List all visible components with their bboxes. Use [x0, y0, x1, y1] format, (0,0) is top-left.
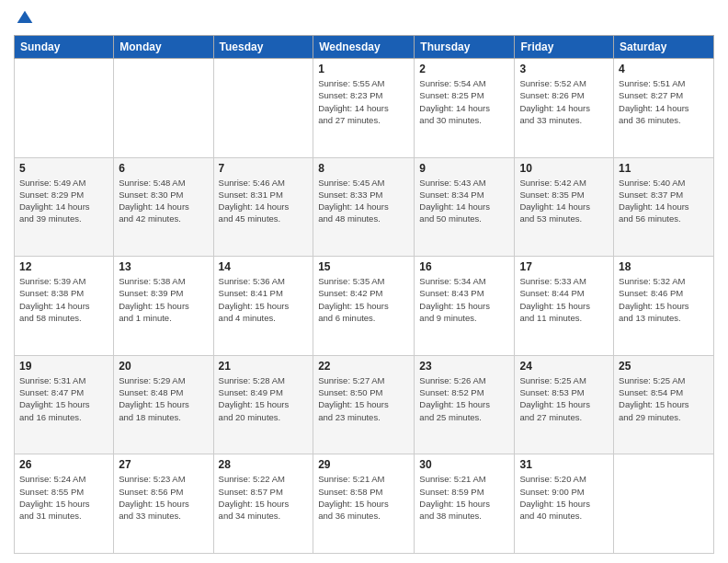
calendar-cell: 19Sunrise: 5:31 AM Sunset: 8:47 PM Dayli…	[15, 355, 114, 454]
weekday-header-friday: Friday	[515, 36, 614, 59]
day-info: Sunrise: 5:21 AM Sunset: 8:59 PM Dayligh…	[419, 473, 509, 522]
week-row-5: 26Sunrise: 5:24 AM Sunset: 8:55 PM Dayli…	[15, 454, 714, 554]
day-number: 7	[219, 162, 309, 175]
day-info: Sunrise: 5:24 AM Sunset: 8:55 PM Dayligh…	[19, 473, 108, 522]
day-number: 21	[219, 360, 309, 373]
weekday-header-sunday: Sunday	[15, 36, 114, 59]
day-info: Sunrise: 5:28 AM Sunset: 8:49 PM Dayligh…	[219, 374, 309, 423]
day-info: Sunrise: 5:39 AM Sunset: 8:38 PM Dayligh…	[19, 275, 108, 324]
calendar-cell	[213, 59, 313, 158]
day-info: Sunrise: 5:49 AM Sunset: 8:29 PM Dayligh…	[19, 177, 108, 225]
day-number: 4	[619, 63, 709, 75]
day-info: Sunrise: 5:45 AM Sunset: 8:33 PM Dayligh…	[318, 177, 409, 225]
day-info: Sunrise: 5:51 AM Sunset: 8:27 PM Dayligh…	[619, 77, 709, 126]
calendar-cell: 10Sunrise: 5:42 AM Sunset: 8:35 PM Dayli…	[515, 157, 614, 257]
day-number: 13	[119, 260, 208, 273]
weekday-header-tuesday: Tuesday	[213, 36, 313, 59]
calendar-cell: 15Sunrise: 5:35 AM Sunset: 8:42 PM Dayli…	[313, 257, 415, 356]
calendar-cell: 4Sunrise: 5:51 AM Sunset: 8:27 PM Daylig…	[614, 59, 714, 158]
day-info: Sunrise: 5:40 AM Sunset: 8:37 PM Dayligh…	[619, 177, 709, 225]
day-info: Sunrise: 5:22 AM Sunset: 8:57 PM Dayligh…	[219, 473, 309, 522]
day-number: 29	[318, 458, 409, 471]
header	[14, 9, 714, 28]
day-info: Sunrise: 5:48 AM Sunset: 8:30 PM Dayligh…	[119, 177, 208, 225]
svg-marker-0	[17, 11, 33, 23]
calendar-cell	[114, 59, 213, 158]
day-number: 5	[19, 162, 108, 175]
calendar-cell: 26Sunrise: 5:24 AM Sunset: 8:55 PM Dayli…	[15, 454, 114, 554]
day-info: Sunrise: 5:25 AM Sunset: 8:54 PM Dayligh…	[619, 374, 709, 423]
day-info: Sunrise: 5:21 AM Sunset: 8:58 PM Dayligh…	[318, 473, 409, 522]
day-number: 20	[119, 360, 208, 373]
day-info: Sunrise: 5:46 AM Sunset: 8:31 PM Dayligh…	[219, 177, 309, 225]
page: SundayMondayTuesdayWednesdayThursdayFrid…	[0, 0, 728, 563]
week-row-3: 12Sunrise: 5:39 AM Sunset: 8:38 PM Dayli…	[15, 257, 714, 356]
day-info: Sunrise: 5:26 AM Sunset: 8:52 PM Dayligh…	[419, 374, 509, 423]
weekday-header-row: SundayMondayTuesdayWednesdayThursdayFrid…	[15, 36, 714, 59]
day-number: 1	[318, 63, 409, 75]
day-info: Sunrise: 5:33 AM Sunset: 8:44 PM Dayligh…	[519, 275, 609, 324]
calendar-cell: 14Sunrise: 5:36 AM Sunset: 8:41 PM Dayli…	[213, 257, 313, 356]
calendar-cell: 18Sunrise: 5:32 AM Sunset: 8:46 PM Dayli…	[614, 257, 714, 356]
calendar-cell: 3Sunrise: 5:52 AM Sunset: 8:26 PM Daylig…	[515, 59, 614, 158]
day-number: 6	[119, 162, 208, 175]
calendar-cell	[614, 454, 714, 554]
calendar-cell: 17Sunrise: 5:33 AM Sunset: 8:44 PM Dayli…	[515, 257, 614, 356]
day-number: 28	[219, 458, 309, 471]
day-number: 30	[419, 458, 509, 471]
logo	[14, 9, 34, 28]
day-number: 3	[519, 63, 609, 75]
day-info: Sunrise: 5:25 AM Sunset: 8:53 PM Dayligh…	[519, 374, 609, 423]
week-row-2: 5Sunrise: 5:49 AM Sunset: 8:29 PM Daylig…	[15, 157, 714, 257]
weekday-header-monday: Monday	[114, 36, 213, 59]
calendar-cell: 20Sunrise: 5:29 AM Sunset: 8:48 PM Dayli…	[114, 355, 213, 454]
calendar-cell: 11Sunrise: 5:40 AM Sunset: 8:37 PM Dayli…	[614, 157, 714, 257]
day-number: 18	[619, 260, 709, 273]
day-info: Sunrise: 5:55 AM Sunset: 8:23 PM Dayligh…	[318, 77, 409, 126]
day-number: 12	[19, 260, 108, 273]
calendar-cell: 22Sunrise: 5:27 AM Sunset: 8:50 PM Dayli…	[313, 355, 415, 454]
day-number: 16	[419, 260, 509, 273]
calendar-cell	[15, 59, 114, 158]
day-number: 8	[318, 162, 409, 175]
day-info: Sunrise: 5:34 AM Sunset: 8:43 PM Dayligh…	[419, 275, 509, 324]
day-number: 24	[519, 360, 609, 373]
day-number: 17	[519, 260, 609, 273]
calendar-cell: 5Sunrise: 5:49 AM Sunset: 8:29 PM Daylig…	[15, 157, 114, 257]
day-number: 19	[19, 360, 108, 373]
day-number: 22	[318, 360, 409, 373]
calendar-cell: 28Sunrise: 5:22 AM Sunset: 8:57 PM Dayli…	[213, 454, 313, 554]
day-number: 15	[318, 260, 409, 273]
day-number: 23	[419, 360, 509, 373]
day-info: Sunrise: 5:36 AM Sunset: 8:41 PM Dayligh…	[219, 275, 309, 324]
calendar-cell: 16Sunrise: 5:34 AM Sunset: 8:43 PM Dayli…	[415, 257, 515, 356]
weekday-header-wednesday: Wednesday	[313, 36, 415, 59]
day-info: Sunrise: 5:31 AM Sunset: 8:47 PM Dayligh…	[19, 374, 108, 423]
day-number: 25	[619, 360, 709, 373]
calendar-cell: 31Sunrise: 5:20 AM Sunset: 9:00 PM Dayli…	[515, 454, 614, 554]
weekday-header-saturday: Saturday	[614, 36, 714, 59]
calendar-cell: 9Sunrise: 5:43 AM Sunset: 8:34 PM Daylig…	[415, 157, 515, 257]
day-info: Sunrise: 5:42 AM Sunset: 8:35 PM Dayligh…	[519, 177, 609, 225]
calendar-cell: 23Sunrise: 5:26 AM Sunset: 8:52 PM Dayli…	[415, 355, 515, 454]
weekday-header-thursday: Thursday	[415, 36, 515, 59]
calendar-table: SundayMondayTuesdayWednesdayThursdayFrid…	[14, 35, 714, 554]
calendar-cell: 13Sunrise: 5:38 AM Sunset: 8:39 PM Dayli…	[114, 257, 213, 356]
day-info: Sunrise: 5:29 AM Sunset: 8:48 PM Dayligh…	[119, 374, 208, 423]
week-row-4: 19Sunrise: 5:31 AM Sunset: 8:47 PM Dayli…	[15, 355, 714, 454]
day-number: 31	[519, 458, 609, 471]
day-info: Sunrise: 5:54 AM Sunset: 8:25 PM Dayligh…	[419, 77, 509, 126]
day-info: Sunrise: 5:35 AM Sunset: 8:42 PM Dayligh…	[318, 275, 409, 324]
calendar-cell: 12Sunrise: 5:39 AM Sunset: 8:38 PM Dayli…	[15, 257, 114, 356]
calendar-cell: 21Sunrise: 5:28 AM Sunset: 8:49 PM Dayli…	[213, 355, 313, 454]
day-number: 2	[419, 63, 509, 75]
calendar-cell: 2Sunrise: 5:54 AM Sunset: 8:25 PM Daylig…	[415, 59, 515, 158]
calendar-cell: 8Sunrise: 5:45 AM Sunset: 8:33 PM Daylig…	[313, 157, 415, 257]
calendar-cell: 25Sunrise: 5:25 AM Sunset: 8:54 PM Dayli…	[614, 355, 714, 454]
day-number: 27	[119, 458, 208, 471]
week-row-1: 1Sunrise: 5:55 AM Sunset: 8:23 PM Daylig…	[15, 59, 714, 158]
day-info: Sunrise: 5:43 AM Sunset: 8:34 PM Dayligh…	[419, 177, 509, 225]
day-number: 10	[519, 162, 609, 175]
logo-icon	[16, 9, 34, 28]
day-info: Sunrise: 5:52 AM Sunset: 8:26 PM Dayligh…	[519, 77, 609, 126]
